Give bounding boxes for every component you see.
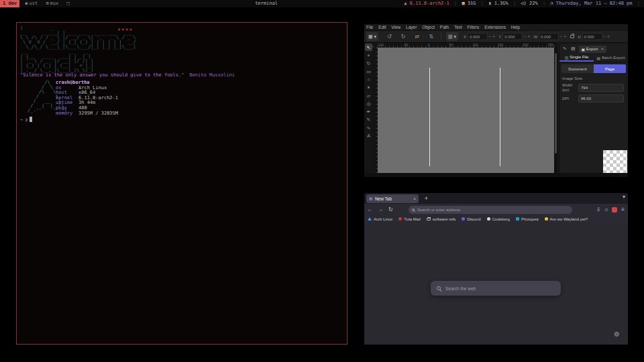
inkscape-toolbox: ↖ ⌖ ↻ ▭ ○ ✶ ▱ ◎ ✒ ✎ ∿ A	[364, 43, 373, 173]
ellipse-tool[interactable]: ○	[365, 76, 372, 83]
y-input[interactable]: 0.000	[502, 33, 523, 40]
selector-tool[interactable]: ↖	[365, 44, 372, 51]
home-icon[interactable]: ⌂	[604, 206, 608, 213]
shape-builder-tool[interactable]: ↻	[365, 60, 372, 67]
menu-edit[interactable]: Edit	[378, 25, 386, 29]
bookmark-are-we-wayland-yet[interactable]: Are we Wayland yet?	[545, 217, 588, 221]
rotate-cw-icon[interactable]: ↻	[401, 34, 406, 40]
web-search-box[interactable]	[431, 281, 561, 296]
separator: |	[513, 1, 516, 6]
bookmark-codeberg[interactable]: Codeberg	[487, 217, 510, 221]
increment-button[interactable]: +	[492, 34, 495, 39]
memory-status: ▮ 1.3G%	[488, 1, 508, 6]
page-scope-button[interactable]: Page	[594, 64, 626, 73]
fortune-quote: "Silence is the only answer you should g…	[20, 72, 235, 78]
shell-prompt[interactable]: ~❯	[20, 117, 32, 123]
scrollbar-thumb[interactable]	[555, 53, 557, 154]
menu-icon[interactable]: ≡	[621, 206, 625, 213]
menu-layer[interactable]: Layer	[406, 25, 417, 29]
layers-dialog-icon[interactable]: ▤	[571, 46, 576, 52]
workspace-tag-dev[interactable]: 1 dev	[0, 0, 19, 7]
decrement-button[interactable]: −	[488, 34, 491, 39]
menu-filters[interactable]: Filters	[468, 25, 480, 29]
downloads-icon[interactable]: ⇩	[596, 206, 601, 213]
export-width-input[interactable]	[578, 84, 624, 92]
bookmark-folder-software-refs[interactable]: software refs	[427, 217, 455, 221]
url-bar[interactable]	[409, 206, 572, 214]
export-dpi-input[interactable]	[578, 95, 624, 103]
rotate-ccw-icon[interactable]: ↺	[387, 34, 392, 40]
spiral-tool[interactable]: ◎	[365, 100, 372, 107]
flip-horizontal-icon[interactable]: ⇄	[415, 34, 420, 40]
list-all-tabs-icon[interactable]: ▾	[623, 194, 625, 200]
increment-button[interactable]: +	[527, 34, 530, 39]
inkscape-window: File Edit View Layer Object Path Text Fi…	[364, 24, 628, 177]
close-icon[interactable]: ×	[601, 47, 604, 51]
increment-button[interactable]: +	[564, 34, 566, 39]
node-tool[interactable]: ⌖	[365, 52, 372, 59]
workspace-tag-mux[interactable]: ⊞mux	[43, 0, 61, 7]
increment-button[interactable]: +	[607, 34, 610, 39]
decrement-button[interactable]: −	[523, 34, 526, 39]
lock-aspect-icon[interactable]	[570, 35, 574, 38]
menu-file[interactable]: File	[366, 25, 373, 29]
tab-single-file[interactable]: ▥Single File	[559, 54, 594, 62]
layers-icon: ▤	[596, 56, 600, 60]
forward-button[interactable]: →	[378, 206, 383, 213]
ublock-origin-icon[interactable]	[612, 207, 617, 213]
star-tool[interactable]: ✶	[365, 84, 372, 91]
arch-linux-icon	[368, 217, 372, 221]
align-dropdown[interactable]: ▥ ▾	[446, 32, 458, 41]
fetch-row-memory: memory3295M / 32035M	[56, 111, 118, 117]
text-tool[interactable]: A	[365, 132, 372, 139]
decrement-button[interactable]: −	[559, 34, 562, 39]
url-input[interactable]	[417, 208, 569, 212]
close-tab-icon[interactable]: ×	[413, 196, 416, 201]
workspace-tag-empty[interactable]: □	[64, 0, 73, 7]
export-dialog-tab[interactable]: ▣ Export ×	[579, 46, 606, 53]
menu-help[interactable]: Help	[511, 25, 520, 29]
tool-controls-bar: ▦ ▾ ↺ ↻ ⇄ ⇅ ▥ ▾ X 0.000 − + Y 0.000 − + …	[364, 30, 628, 43]
quote-author: Benito Mussolini	[189, 72, 234, 78]
menu-object[interactable]: Object	[422, 25, 435, 29]
calligraphy-tool[interactable]: ∿	[365, 124, 372, 131]
bookmark-discord[interactable]: Discord	[462, 217, 480, 221]
chevron-down-icon: ▾	[374, 34, 377, 40]
document-scope-button[interactable]: Document	[561, 64, 594, 73]
fetch-info: crash@bertha osArch Linux hostx86_64 ker…	[56, 80, 118, 116]
tab-batch-export[interactable]: ▤Batch Export	[594, 54, 628, 62]
personalize-gear-icon[interactable]: ⚙	[614, 330, 620, 338]
navbar-right-icons: ⇩ ⌂ ≡	[594, 204, 627, 215]
width-field: W 0.000 − +	[533, 33, 567, 40]
flip-vertical-icon[interactable]: ⇅	[429, 34, 433, 40]
selection-mode-dropdown[interactable]: ▦ ▾	[366, 32, 378, 41]
menu-extensions[interactable]: Extensions	[484, 25, 506, 29]
menu-path[interactable]: Path	[440, 25, 449, 29]
bookmark-tuta-mail[interactable]: Tuta Mail	[398, 217, 420, 221]
menu-view[interactable]: View	[391, 25, 400, 29]
box3d-tool[interactable]: ▱	[365, 92, 372, 99]
tab-new-tab[interactable]: ⊕ New Tab ×	[366, 194, 419, 203]
decrement-button[interactable]: −	[603, 34, 606, 39]
separator: |	[543, 1, 545, 6]
reload-button[interactable]: ↻	[388, 206, 393, 213]
x-input[interactable]: 0.000	[468, 33, 488, 40]
tmux-icon: ⊞	[46, 1, 48, 6]
inkscape-canvas[interactable]	[378, 48, 554, 173]
width-input[interactable]: 0.000	[539, 33, 559, 40]
bookmark-arch-linux[interactable]: Arch Linux	[368, 217, 392, 221]
edit-dialog-icon[interactable]: ✎	[563, 46, 567, 52]
new-tab-button[interactable]: +	[422, 194, 431, 203]
workspace-tag-ust[interactable]: ◉ust	[22, 0, 40, 7]
web-search-input[interactable]	[445, 286, 555, 291]
terminal-window[interactable]: ) _ __ _____| | ___ ___ _ __ ___ ___ \ \…	[16, 22, 347, 345]
back-button[interactable]: ←	[367, 206, 372, 213]
text-cursor	[30, 117, 32, 122]
rectangle-tool[interactable]: ▭	[365, 68, 372, 75]
menu-text[interactable]: Text	[454, 25, 462, 29]
bookmark-photopea[interactable]: Photopea	[516, 217, 539, 221]
new-tab-page: ⚙	[364, 223, 628, 345]
height-input[interactable]: 0.000	[582, 33, 602, 40]
pen-tool[interactable]: ✒	[365, 108, 372, 115]
pencil-tool[interactable]: ✎	[365, 116, 372, 123]
